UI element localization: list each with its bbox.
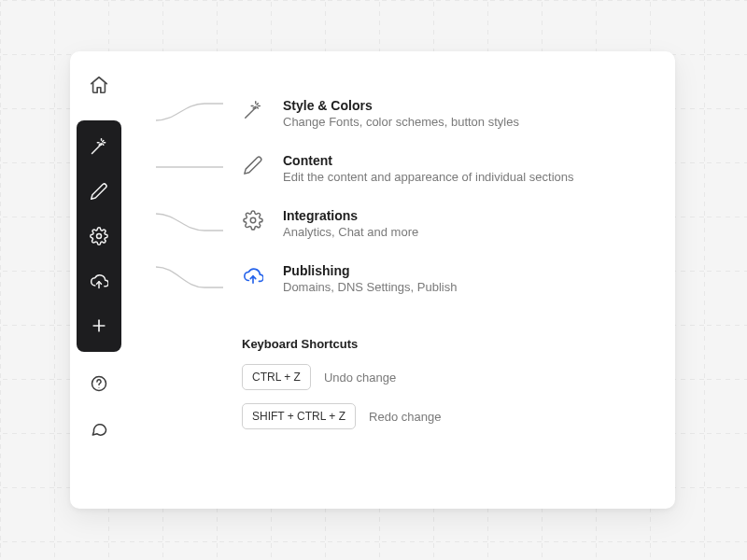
card-content: Style & Colors Change Fonts, color schem… xyxy=(128,51,675,509)
home-button[interactable] xyxy=(80,66,118,104)
legend-content-desc: Edit the content and appareance of indiv… xyxy=(283,170,574,184)
sidebar-chat-button[interactable] xyxy=(80,412,118,449)
sidebar-style-button[interactable] xyxy=(77,124,121,169)
connector-line xyxy=(156,263,223,291)
sidebar-content-button[interactable] xyxy=(77,169,121,214)
chat-icon xyxy=(90,421,108,440)
plus-icon xyxy=(90,316,108,335)
shortcut-undo-keys: CTRL + Z xyxy=(242,364,311,390)
wand-icon xyxy=(243,100,263,120)
svg-point-3 xyxy=(99,387,100,388)
shortcut-redo-label: Redo change xyxy=(369,410,441,424)
legend-publishing-desc: Domains, DNS Settings, Publish xyxy=(283,280,457,294)
svg-point-4 xyxy=(250,217,256,223)
shortcut-redo: SHIFT + CTRL + Z Redo change xyxy=(242,403,647,429)
help-icon xyxy=(90,374,108,393)
shortcut-redo-keys: SHIFT + CTRL + Z xyxy=(242,403,356,429)
cloud-upload-icon xyxy=(243,265,263,286)
legend-style-desc: Change Fonts, color schemes, button styl… xyxy=(283,115,519,129)
cloud-upload-icon xyxy=(90,272,108,290)
legend-integrations-icon xyxy=(240,208,266,231)
legend-style-icon xyxy=(240,98,266,120)
legend-content: Content Edit the content and appareance … xyxy=(156,153,647,184)
legend-style-title: Style & Colors xyxy=(283,98,519,113)
connector-line xyxy=(156,98,223,126)
shortcut-undo: CTRL + Z Undo change xyxy=(242,364,647,390)
legend-integrations-desc: Analytics, Chat and more xyxy=(283,225,418,239)
wand-icon xyxy=(90,137,108,156)
sidebar-publishing-button[interactable] xyxy=(77,259,121,303)
shortcut-undo-label: Undo change xyxy=(324,371,396,385)
sidebar-integrations-button[interactable] xyxy=(77,214,121,259)
legend-publishing-icon xyxy=(240,263,266,286)
pencil-icon xyxy=(90,182,108,201)
home-icon xyxy=(89,75,109,95)
legend-content-icon xyxy=(240,153,266,175)
legend-publishing-title: Publishing xyxy=(283,263,457,278)
pencil-icon xyxy=(243,155,263,175)
sidebar-dark-group xyxy=(77,120,121,352)
legend-integrations-title: Integrations xyxy=(283,208,418,223)
sidebar-rail xyxy=(70,51,128,509)
shortcuts-section: Keyboard Shortcuts CTRL + Z Undo change … xyxy=(156,337,647,429)
tooltip-card: Style & Colors Change Fonts, color schem… xyxy=(70,51,675,509)
connector-line xyxy=(156,153,223,181)
legend-list: Style & Colors Change Fonts, color schem… xyxy=(156,98,647,294)
svg-point-1 xyxy=(97,234,102,239)
shortcuts-heading: Keyboard Shortcuts xyxy=(242,337,647,351)
legend-content-title: Content xyxy=(283,153,574,168)
legend-style: Style & Colors Change Fonts, color schem… xyxy=(156,98,647,129)
connector-line xyxy=(156,208,223,236)
sidebar-help-button[interactable] xyxy=(80,365,118,402)
legend-publishing: Publishing Domains, DNS Settings, Publis… xyxy=(156,263,647,294)
sidebar-add-button[interactable] xyxy=(77,303,121,348)
gear-icon xyxy=(243,210,263,231)
legend-integrations: Integrations Analytics, Chat and more xyxy=(156,208,647,239)
gear-icon xyxy=(90,227,108,245)
